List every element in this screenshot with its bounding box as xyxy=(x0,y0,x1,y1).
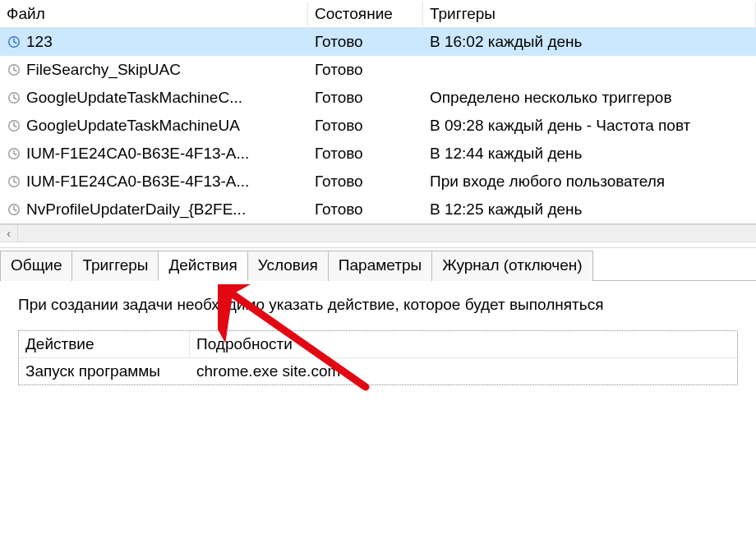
action-type: Запуск программы xyxy=(19,358,190,385)
svg-line-14 xyxy=(14,154,16,155)
task-list-header: Файл Состояние Триггеры xyxy=(0,0,756,28)
task-row[interactable]: FileSearchy_SkipUACГотово xyxy=(0,56,756,84)
task-name: GoogleUpdateTaskMachineUA xyxy=(26,117,240,135)
action-row[interactable]: Запуск программыchrome.exe site.com xyxy=(19,358,737,385)
task-trigger: В 09:28 каждый день - Частота повт xyxy=(423,115,756,136)
col-header-state[interactable]: Состояние xyxy=(308,2,423,26)
task-state: Готово xyxy=(308,59,423,81)
task-name: IUM-F1E24CA0-B63E-4F13-A... xyxy=(26,145,249,163)
task-trigger: Определено несколько триггеров xyxy=(423,87,756,108)
task-trigger: При входе любого пользователя xyxy=(423,171,756,192)
scroll-left-button[interactable]: ‹ xyxy=(0,225,18,242)
horizontal-scrollbar[interactable]: ‹ xyxy=(0,224,756,242)
task-state: Готово xyxy=(308,199,423,220)
clock-icon xyxy=(7,118,21,133)
clock-icon xyxy=(7,35,21,49)
actions-table-header: Действие Подробности xyxy=(19,331,737,358)
svg-line-8 xyxy=(14,98,16,99)
task-trigger xyxy=(423,68,756,71)
task-name: FileSearchy_SkipUAC xyxy=(26,61,181,79)
task-state: Готово xyxy=(308,31,423,53)
task-name: 123 xyxy=(26,33,53,51)
svg-line-2 xyxy=(14,42,16,44)
actions-col-action[interactable]: Действие xyxy=(19,331,190,358)
task-row[interactable]: IUM-F1E24CA0-B63E-4F13-A...ГотовоПри вхо… xyxy=(0,168,756,196)
tab-actions[interactable]: Действия xyxy=(158,251,247,281)
task-name: IUM-F1E24CA0-B63E-4F13-A... xyxy=(26,173,249,191)
task-state: Готово xyxy=(308,143,423,164)
task-row[interactable]: GoogleUpdateTaskMachineUAГотовоВ 09:28 к… xyxy=(0,112,756,140)
svg-line-5 xyxy=(14,70,16,71)
task-name: GoogleUpdateTaskMachineC... xyxy=(26,89,242,107)
chevron-left-icon: ‹ xyxy=(7,227,11,240)
svg-line-20 xyxy=(14,210,16,211)
svg-line-11 xyxy=(14,126,16,127)
clock-icon xyxy=(7,62,21,77)
task-state: Готово xyxy=(308,171,423,192)
tab-conditions[interactable]: Условия xyxy=(247,251,329,281)
tab-bar: Общие Триггеры Действия Условия Параметр… xyxy=(0,248,756,281)
task-name: NvProfileUpdaterDaily_{B2FE... xyxy=(26,200,246,219)
task-row[interactable]: GoogleUpdateTaskMachineC...ГотовоОпредел… xyxy=(0,84,756,112)
col-header-triggers[interactable]: Триггеры xyxy=(423,2,756,26)
task-trigger: В 12:25 каждый день xyxy=(423,199,756,220)
task-row[interactable]: NvProfileUpdaterDaily_{B2FE...ГотовоВ 12… xyxy=(0,196,756,223)
task-list: Файл Состояние Триггеры 123ГотовоВ 16:02… xyxy=(0,0,756,224)
task-state: Готово xyxy=(308,115,423,136)
clock-icon xyxy=(7,90,21,105)
clock-icon xyxy=(7,146,21,161)
task-trigger: В 16:02 каждый день xyxy=(423,31,756,53)
action-details: chrome.exe site.com xyxy=(190,358,737,385)
tab-triggers[interactable]: Триггеры xyxy=(71,251,159,281)
actions-col-details[interactable]: Подробности xyxy=(190,331,737,358)
tab-general[interactable]: Общие xyxy=(0,251,72,281)
pane-splitter[interactable] xyxy=(0,242,756,248)
actions-table[interactable]: Действие Подробности Запуск программыchr… xyxy=(18,330,738,385)
actions-instruction: При создании задачи необходимо указать д… xyxy=(18,296,738,314)
clock-icon xyxy=(7,174,21,189)
tab-settings[interactable]: Параметры xyxy=(328,251,432,281)
tab-content-actions: При создании задачи необходимо указать д… xyxy=(0,281,756,395)
task-row[interactable]: 123ГотовоВ 16:02 каждый день xyxy=(0,28,756,56)
task-state: Готово xyxy=(308,87,423,108)
task-trigger: В 12:44 каждый день xyxy=(423,143,756,164)
clock-icon xyxy=(7,202,21,217)
task-row[interactable]: IUM-F1E24CA0-B63E-4F13-A...ГотовоВ 12:44… xyxy=(0,140,756,168)
svg-line-17 xyxy=(14,182,16,183)
col-header-file[interactable]: Файл xyxy=(0,2,308,26)
tab-history[interactable]: Журнал (отключен) xyxy=(431,251,593,281)
